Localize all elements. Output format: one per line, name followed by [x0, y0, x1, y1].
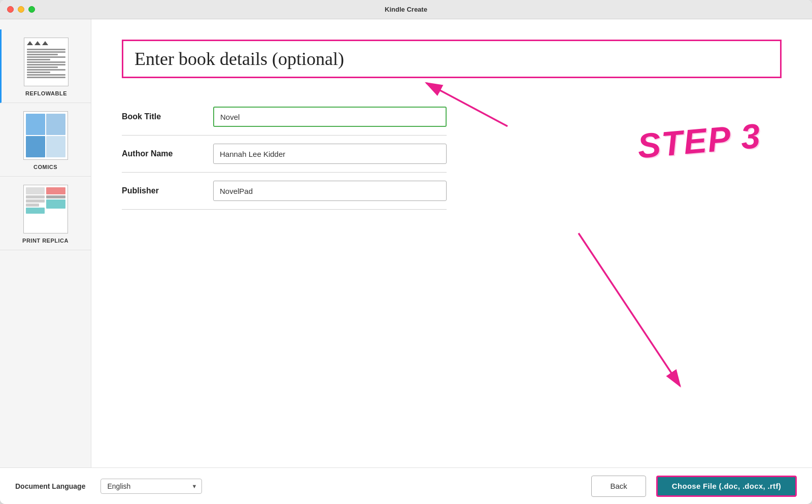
- sidebar-item-print-replica[interactable]: PRINT REPLICA: [0, 177, 91, 250]
- book-title-input[interactable]: [213, 107, 447, 127]
- publisher-row: Publisher: [122, 173, 447, 210]
- comics-cell-3: [26, 136, 45, 157]
- sidebar-label-reflowable: REFLOWABLE: [25, 90, 67, 96]
- traffic-lights: [7, 6, 35, 13]
- annotation-arrows: [91, 19, 812, 467]
- choose-file-button[interactable]: Choose File (.doc, .docx, .rtf): [656, 476, 797, 497]
- comics-cell-1: [26, 114, 45, 135]
- step3-annotation: STEP 3: [636, 116, 763, 166]
- sidebar-item-reflowable[interactable]: REFLOWABLE: [0, 29, 91, 103]
- titlebar: Kindle Create: [0, 0, 812, 19]
- sidebar-label-comics: COMICS: [33, 164, 57, 170]
- sidebar-item-comics[interactable]: COMICS: [0, 103, 91, 177]
- author-name-label: Author Name: [122, 149, 213, 158]
- section-title: Enter book details (optional): [134, 49, 344, 69]
- section-title-box: Enter book details (optional): [122, 40, 782, 78]
- bottom-bar: Document Language English Spanish French…: [0, 467, 812, 504]
- main-content: REFLOWABLE COMICS: [0, 19, 812, 467]
- sidebar-label-print-replica: PRINT REPLICA: [22, 238, 69, 244]
- print-replica-thumbnail: [23, 185, 68, 233]
- window-title: Kindle Create: [385, 6, 427, 13]
- content-area: Enter book details (optional) Book Title…: [91, 19, 812, 467]
- maximize-button[interactable]: [28, 6, 35, 13]
- language-select-wrapper: English Spanish French German Italian Po…: [100, 479, 202, 494]
- reflowable-thumbnail: [24, 38, 69, 86]
- language-select[interactable]: English Spanish French German Italian Po…: [100, 479, 202, 494]
- back-button[interactable]: Back: [591, 476, 646, 497]
- book-title-row: Book Title: [122, 98, 447, 136]
- svg-line-2: [579, 233, 680, 386]
- minimize-button[interactable]: [18, 6, 24, 13]
- publisher-input[interactable]: [213, 181, 447, 201]
- comics-cell-4: [46, 136, 65, 157]
- book-details-form: Book Title Author Name Publisher: [122, 98, 447, 210]
- close-button[interactable]: [7, 6, 14, 13]
- author-name-row: Author Name: [122, 136, 447, 173]
- comics-cell-2: [46, 114, 65, 135]
- sidebar: REFLOWABLE COMICS: [0, 19, 91, 467]
- app-window: Kindle Create: [0, 0, 812, 504]
- author-name-input[interactable]: [213, 144, 447, 164]
- book-title-label: Book Title: [122, 112, 213, 121]
- comics-thumbnail: [23, 111, 68, 160]
- publisher-label: Publisher: [122, 186, 213, 195]
- doc-language-label: Document Language: [15, 482, 85, 490]
